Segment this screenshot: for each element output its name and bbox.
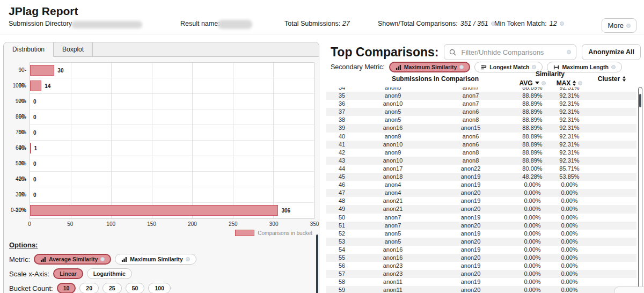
comparison-row[interactable]: 35anon9anon788.89%92.31% [326,92,636,100]
bucket-option-label: 100 [155,285,164,291]
comparison-row[interactable]: 53anon5anon200.00%0.00% [326,238,636,246]
comparison-row[interactable]: 41anon10anon688.89%92.31% [326,141,636,149]
comparison-row[interactable]: 43anon10anon888.89%92.31% [326,157,636,165]
submission-b: anon7 [428,87,513,92]
submission-a: anon4 [357,189,428,197]
distribution-bar[interactable] [30,65,54,76]
bucket-option-25[interactable]: 25 [103,283,122,293]
scale-option-linear[interactable]: Linear [53,268,83,279]
cluster-cell [587,238,636,246]
bucket-option-20[interactable]: 20 [79,283,99,293]
submission-a: anon9 [357,133,428,141]
comparison-row[interactable]: 52anon5anon190.00%0.00% [326,230,636,238]
submission-a: anon23 [357,270,428,278]
comparison-row[interactable]: 49anon21anon200.00%0.00% [326,205,636,213]
comparison-row[interactable]: 47anon4anon200.00%0.00% [326,189,636,197]
comparison-row[interactable]: 54anon16anon190.00%0.00% [326,246,636,254]
max-similarity: 92.31% [552,133,587,141]
sort-avg-header[interactable]: AVG [513,78,552,87]
more-button[interactable]: More [602,18,636,33]
bucket-option-50[interactable]: 50 [126,283,145,293]
tab-boxplot[interactable]: Boxplot [54,42,93,56]
comparison-index: 40 [326,133,357,141]
tab-distribution[interactable]: Distribution [4,42,54,57]
more-button-label: More [608,21,624,30]
comparison-index: 42 [326,149,357,157]
max-similarity: 0.00% [552,181,587,189]
comparison-row[interactable]: 37anon5anon688.89%92.31% [326,108,636,116]
max-similarity: 92.31% [552,116,587,124]
comparison-row[interactable]: 57anon23anon200.00%0.00% [326,270,636,278]
avg-similarity: 88.89% [513,124,552,132]
chart-options: Options: Metric: Average SimilarityMaxim… [9,241,319,293]
submission-b: anon20 [428,238,513,246]
comparison-row[interactable]: 50anon7anon190.00%0.00% [326,214,636,222]
chart-x-axis: 050100150200250300350 [30,219,314,228]
avg-similarity: 0.00% [513,238,552,246]
metric-option-average-similarity[interactable]: Average Similarity [34,254,111,265]
report-meta-row: Submission Directory Result name: Total … [9,20,635,31]
submission-b: anon20 [428,222,513,230]
bar-value-label: 0 [33,109,36,125]
comparison-row[interactable]: 40anon9anon688.89%92.31% [326,133,636,141]
anonymize-all-button[interactable]: Anonymize All [582,44,641,60]
left-panel-scrollbar-thumb[interactable] [316,235,318,293]
comparison-index: 49 [326,205,357,213]
comparison-row[interactable]: 38anon5anon888.89%92.31% [326,116,636,124]
secondary-metric-label: Secondary Metric: [331,63,385,71]
distribution-bar[interactable] [30,143,31,153]
scale-option-label: Logarithmic [93,270,126,277]
sort-max-header[interactable]: MAX [552,78,587,87]
bucket-option-10[interactable]: 10 [57,283,76,293]
submission-b: anon8 [428,157,513,165]
metric-option-maximum-similarity[interactable]: Maximum Similarity [115,254,196,265]
info-icon [186,257,190,261]
distribution-bar[interactable] [30,80,41,91]
submission-a: anon5 [357,238,428,246]
comparison-index: 52 [326,230,357,238]
search-input[interactable] [460,48,563,57]
bucket-option-100[interactable]: 100 [148,283,171,293]
scale-option-logarithmic[interactable]: Logarithmic [87,268,132,279]
cluster-cell [587,197,636,205]
metric-option-label: Average Similarity [49,256,98,262]
bar-chart-icon [121,257,127,262]
comparison-row[interactable]: 55anon16anon200.00%0.00% [326,254,636,262]
max-similarity: 92.31% [552,124,587,132]
sort-cluster-header[interactable]: Cluster [587,75,636,83]
avg-similarity: 0.00% [513,262,552,270]
max-similarity: 0.00% [552,238,587,246]
chart-bar-row: 1 [30,141,314,156]
comparison-row[interactable]: 39anon16anon1588.89%92.31% [326,124,636,132]
cluster-cell [587,108,636,116]
comparison-row[interactable]: 58anon11anon190.00%0.00% [326,278,636,286]
comparison-index: 50 [326,214,357,222]
table-scrollbar-thumb[interactable] [639,94,641,107]
avg-similarity: 0.00% [513,197,552,205]
comparison-row[interactable]: 36anon10anon788.89%92.31% [326,100,636,108]
comparison-row[interactable]: 42anon9anon888.89%92.31% [326,149,636,157]
comparison-row[interactable]: 34anon5anon788.89%92.31% [326,87,636,92]
max-similarity: 92.31% [552,141,587,149]
comparison-index: 53 [326,238,357,246]
comparison-row[interactable]: 51anon7anon200.00%0.00% [326,222,636,230]
comparison-row[interactable]: 59anon11anon200.00%0.00% [326,286,636,293]
comparison-search-box[interactable] [444,44,576,60]
submission-b: anon6 [428,133,513,141]
report-header: JPlag Report Submission Directory Result… [0,0,644,34]
info-icon[interactable] [560,21,564,26]
comparison-row[interactable]: 45anon18anon1948.28%53.85% [326,173,636,181]
secondary-metric-label: Longest Match [489,64,529,70]
comparison-row[interactable]: 48anon21anon190.00%0.00% [326,197,636,205]
comparison-row[interactable]: 44anon17anon2280.00%85.71% [326,165,636,173]
comparison-row[interactable]: 46anon4anon190.00%0.00% [326,181,636,189]
bucket-label: 80-90% [8,78,30,93]
comparison-row[interactable]: 56anon23anon190.00%0.00% [326,262,636,270]
submission-b: anon19 [428,197,513,205]
sort-both-icon [623,76,626,82]
table-scrollbar[interactable] [638,87,642,292]
submission-a: anon16 [357,124,428,132]
max-similarity: 0.00% [552,270,587,278]
distribution-bar[interactable] [30,205,278,216]
cluster-cell [587,181,636,189]
